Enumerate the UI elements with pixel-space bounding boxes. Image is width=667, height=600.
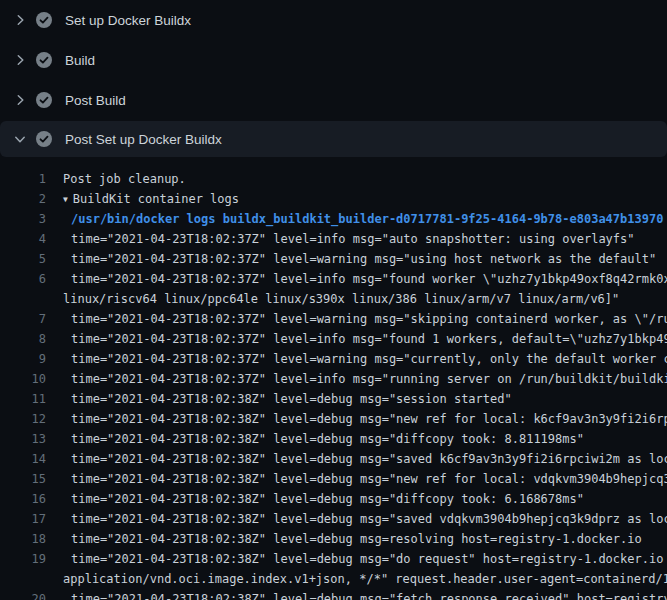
log-row: application/vnd.oci.image.index.v1+json,… xyxy=(0,569,667,589)
log-line-text: linux/riscv64 linux/ppc64le linux/s390x … xyxy=(46,289,619,309)
log-row: 1 Post job cleanup. xyxy=(0,169,667,189)
log-line-text: time="2021-04-23T18:02:38Z" level=debug … xyxy=(46,429,584,449)
chevron-down-icon xyxy=(12,131,28,147)
log-line-text: ▼BuildKit container logs xyxy=(46,189,239,209)
line-number[interactable]: 14 xyxy=(0,449,46,469)
check-circle-icon xyxy=(36,92,52,108)
log-row: linux/riscv64 linux/ppc64le linux/s390x … xyxy=(0,289,667,309)
log-line-text: time="2021-04-23T18:02:37Z" level=info m… xyxy=(46,369,667,389)
log-line-text: time="2021-04-23T18:02:38Z" level=debug … xyxy=(46,549,667,569)
log-row: 8 time="2021-04-23T18:02:37Z" level=info… xyxy=(0,329,667,349)
line-number[interactable]: 6 xyxy=(0,269,46,289)
line-number[interactable] xyxy=(0,569,46,589)
log-row: 7 time="2021-04-23T18:02:37Z" level=warn… xyxy=(0,309,667,329)
log-row: 20 time="2021-04-23T18:02:38Z" level=deb… xyxy=(0,589,667,600)
line-number[interactable]: 1 xyxy=(0,169,46,189)
log-line-text: time="2021-04-23T18:02:38Z" level=debug … xyxy=(46,529,642,549)
log-row: 6 time="2021-04-23T18:02:37Z" level=info… xyxy=(0,269,667,289)
log-line-text: time="2021-04-23T18:02:37Z" level=info m… xyxy=(46,269,667,289)
step-title: Set up Docker Buildx xyxy=(65,13,191,28)
log-row: 5 time="2021-04-23T18:02:37Z" level=warn… xyxy=(0,249,667,269)
log-row: 15 time="2021-04-23T18:02:38Z" level=deb… xyxy=(0,469,667,489)
line-number[interactable]: 8 xyxy=(0,329,46,349)
step-title: Post Set up Docker Buildx xyxy=(65,132,222,147)
line-number[interactable]: 7 xyxy=(0,309,46,329)
log-line-text: time="2021-04-23T18:02:37Z" level=info m… xyxy=(46,229,635,249)
log-row: 10 time="2021-04-23T18:02:37Z" level=inf… xyxy=(0,369,667,389)
line-number[interactable]: 12 xyxy=(0,409,46,429)
chevron-right-icon xyxy=(12,12,28,28)
log-line-text: time="2021-04-23T18:02:38Z" level=debug … xyxy=(46,589,667,600)
step-row-post-set-up-docker-buildx[interactable]: Post Set up Docker Buildx xyxy=(0,121,667,157)
log-row: 17 time="2021-04-23T18:02:38Z" level=deb… xyxy=(0,509,667,529)
log-line-text: time="2021-04-23T18:02:37Z" level=warnin… xyxy=(46,249,656,269)
check-circle-icon xyxy=(36,52,52,68)
line-number[interactable]: 20 xyxy=(0,589,46,600)
line-number[interactable]: 5 xyxy=(0,249,46,269)
step-title: Post Build xyxy=(65,93,126,108)
line-number[interactable]: 18 xyxy=(0,529,46,549)
chevron-right-icon xyxy=(12,92,28,108)
step-row-post-build[interactable]: Post Build xyxy=(0,80,667,120)
log-row: 16 time="2021-04-23T18:02:38Z" level=deb… xyxy=(0,489,667,509)
step-list: Set up Docker Buildx Build Post Build Po… xyxy=(0,0,667,600)
log-line-text: /usr/bin/docker logs buildx_buildkit_bui… xyxy=(46,209,663,229)
log-line-text: time="2021-04-23T18:02:38Z" level=debug … xyxy=(46,489,584,509)
line-number[interactable]: 9 xyxy=(0,349,46,369)
chevron-right-icon xyxy=(12,52,28,68)
line-number[interactable]: 2 xyxy=(0,189,46,209)
step-title: Build xyxy=(65,53,95,68)
step-row-set-up-docker-buildx[interactable]: Set up Docker Buildx xyxy=(0,0,667,40)
log-row: 3 /usr/bin/docker logs buildx_buildkit_b… xyxy=(0,209,667,229)
line-number[interactable]: 3 xyxy=(0,209,46,229)
line-number[interactable]: 4 xyxy=(0,229,46,249)
log-line-text: time="2021-04-23T18:02:38Z" level=debug … xyxy=(46,509,667,529)
check-circle-icon xyxy=(36,12,52,28)
log-line-text: time="2021-04-23T18:02:38Z" level=debug … xyxy=(46,449,667,469)
log-line-text: time="2021-04-23T18:02:37Z" level=warnin… xyxy=(46,309,667,329)
line-number[interactable]: 11 xyxy=(0,389,46,409)
log-line-text: time="2021-04-23T18:02:37Z" level=info m… xyxy=(46,329,667,349)
log-line-text: application/vnd.oci.image.index.v1+json,… xyxy=(46,569,667,589)
log-row: 18 time="2021-04-23T18:02:38Z" level=deb… xyxy=(0,529,667,549)
log-line-text: Post job cleanup. xyxy=(46,169,186,189)
line-number[interactable]: 13 xyxy=(0,429,46,449)
log-line-text: time="2021-04-23T18:02:38Z" level=debug … xyxy=(46,389,512,409)
log-line-text: time="2021-04-23T18:02:38Z" level=debug … xyxy=(46,409,667,429)
log-row: 13 time="2021-04-23T18:02:38Z" level=deb… xyxy=(0,429,667,449)
log-line-text: time="2021-04-23T18:02:37Z" level=warnin… xyxy=(46,349,667,369)
log-row: 4 time="2021-04-23T18:02:37Z" level=info… xyxy=(0,229,667,249)
line-number[interactable]: 19 xyxy=(0,549,46,569)
log-row: 11 time="2021-04-23T18:02:38Z" level=deb… xyxy=(0,389,667,409)
log-row: 14 time="2021-04-23T18:02:38Z" level=deb… xyxy=(0,449,667,469)
line-number[interactable]: 15 xyxy=(0,469,46,489)
log-panel: 1 Post job cleanup. 2 ▼BuildKit containe… xyxy=(0,157,667,600)
line-number[interactable] xyxy=(0,289,46,309)
step-row-build[interactable]: Build xyxy=(0,40,667,80)
log-row: 12 time="2021-04-23T18:02:38Z" level=deb… xyxy=(0,409,667,429)
line-number[interactable]: 17 xyxy=(0,509,46,529)
check-circle-icon xyxy=(36,131,52,147)
log-group-toggle[interactable]: 2 ▼BuildKit container logs xyxy=(0,189,667,209)
log-line-text: time="2021-04-23T18:02:38Z" level=debug … xyxy=(46,469,667,489)
log-row: 9 time="2021-04-23T18:02:37Z" level=warn… xyxy=(0,349,667,369)
line-number[interactable]: 16 xyxy=(0,489,46,509)
triangle-down-icon: ▼ xyxy=(63,190,68,209)
log-row: 19 time="2021-04-23T18:02:38Z" level=deb… xyxy=(0,549,667,569)
line-number[interactable]: 10 xyxy=(0,369,46,389)
